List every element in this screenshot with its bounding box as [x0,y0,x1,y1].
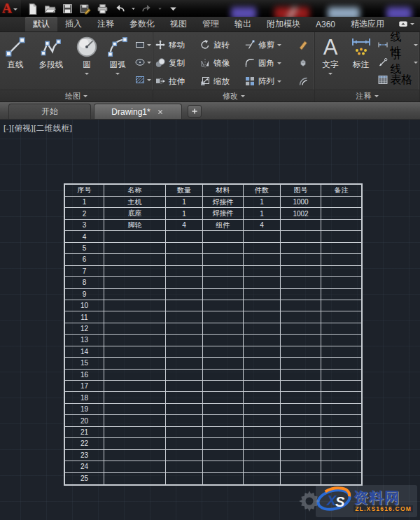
table-cell [203,289,244,300]
table-cell [104,346,166,358]
table-cell [321,473,361,484]
table-cell [244,404,281,415]
tool-label: 移动 [169,40,185,50]
table-cell [244,358,281,369]
ribbon-tab-参数化[interactable]: 参数化 [122,17,162,31]
chevron-down-icon [147,79,151,83]
ribbon-tab-bar: 默认插入注释参数化视图管理输出附加模块A360精选应用 [0,17,420,32]
drawing-area[interactable]: [-][俯视][二维线框] 序号名称数量材料件数图号备注1主机1焊接件11000… [0,120,420,520]
tool-line[interactable]: 直线 [0,34,31,89]
qat-customize-button[interactable] [166,1,181,15]
tool-fillet[interactable]: 圆角 [243,55,296,72]
ribbon-tab-视图[interactable]: 视图 [162,17,195,31]
table-cell [321,289,361,300]
table-cell [281,289,321,300]
tool-move[interactable]: 移动 [153,36,198,54]
tool-circle[interactable]: 圆 [71,34,102,89]
ribbon-tab-附加模块[interactable]: 附加模块 [259,17,308,31]
table-cell [203,404,244,415]
file-tab-Drawing1[interactable]: Drawing1* [94,104,182,119]
table-cell: 14 [65,346,104,358]
table-cell: 脚轮 [104,220,166,231]
table-cell: 1002 [281,208,321,219]
chevron-down-icon[interactable] [130,1,136,15]
table-cell [281,381,321,392]
save-as-button[interactable] [78,1,92,15]
rectangle-tool[interactable] [133,37,153,52]
scale-icon [200,76,211,87]
new-file-button[interactable] [25,1,40,15]
app-menu-button[interactable]: A [0,0,21,17]
tool-explode[interactable] [296,55,314,72]
ribbon-tab-精选应用[interactable]: 精选应用 [343,17,392,31]
table-cell [321,197,361,208]
explode-icon [298,57,309,69]
table-header-cell: 备注 [321,185,361,197]
file-tab-开始[interactable]: 开始 [8,104,91,119]
tool-label: 圆角 [258,58,274,69]
ribbon-panel-绘图: 直线多段线圆圆弧绘图 [0,32,153,101]
ribbon-tab-注释[interactable]: 注释 [90,17,122,31]
tool-scale[interactable]: 缩放 [198,73,243,90]
hatch-tool[interactable] [133,72,153,87]
chevron-down-icon[interactable] [157,1,163,15]
close-icon[interactable] [156,108,164,116]
viewport-controls[interactable]: [-][俯视][二维线框] [4,123,73,134]
table-cell [281,243,321,254]
ribbon-tab-插入[interactable]: 插入 [57,17,90,31]
copy-icon [155,57,166,69]
table-cell [203,461,244,472]
tool-copy[interactable]: 复制 [153,55,198,72]
panel-label-修改[interactable]: 修改 [153,90,314,101]
table-row: 25 [65,473,361,484]
tool-mirror[interactable]: 镜像 [198,55,243,72]
open-button[interactable] [43,1,57,15]
tool-text[interactable]: A文字 [315,34,346,89]
gear-icon [298,489,321,516]
tool-arc[interactable]: 圆弧 [102,34,133,89]
panel-label-绘图[interactable]: 绘图 [0,90,153,101]
tool-offset[interactable] [296,73,314,90]
ribbon-tab-输出[interactable]: 输出 [227,17,259,31]
tool-erase[interactable] [296,36,314,54]
table-row: 14 [65,346,361,358]
tool-trim[interactable]: 修剪 [243,36,296,54]
ribbon-tab-A360[interactable]: A360 [308,17,343,31]
table-cell [321,404,361,415]
table-row: 24 [65,461,361,472]
table-cell [166,346,203,358]
panel-label-注释[interactable]: 注释 [315,90,419,101]
save-button[interactable] [60,1,75,15]
table-cell [321,415,361,426]
taskbar-thumbnail [386,7,412,17]
tool-tablegrid[interactable]: 表格 [376,72,419,87]
table-cell [244,346,281,358]
redo-button[interactable] [139,1,154,15]
tool-polyline[interactable]: 多段线 [31,34,71,89]
ellipse-tool[interactable] [133,55,153,70]
undo-button[interactable] [113,1,127,15]
tool-dimension[interactable]: 标注 [346,34,377,89]
watermark-text: 资料网 ZL.XS1616.COM [354,490,413,513]
tool-label: 旋转 [214,40,230,50]
ribbon-tab-管理[interactable]: 管理 [195,17,227,31]
table-cell: 2 [65,208,104,219]
ribbon-tab-默认[interactable]: 默认 [25,17,57,31]
taskbar-thumbnail [328,7,360,17]
new-tab-button[interactable] [188,105,202,118]
save-icon [62,3,74,15]
parts-table[interactable]: 序号名称数量材料件数图号备注1主机1焊接件110002底座1焊接件110023脚… [64,183,363,486]
plot-button[interactable] [95,1,110,15]
table-cell [166,323,203,335]
table-cell [321,311,361,323]
chevron-down-icon [410,23,414,27]
tool-rotate[interactable]: 旋转 [198,36,243,54]
tool-array[interactable]: 阵列 [243,73,296,90]
table-cell [104,323,166,335]
tool-leader[interactable]: 引线 [376,55,419,70]
tool-stretch[interactable]: 拉伸 [153,73,198,90]
table-cell: 6 [65,254,104,265]
table-cell [166,254,203,265]
table-cell [104,289,166,300]
table-cell: 18 [65,392,104,403]
